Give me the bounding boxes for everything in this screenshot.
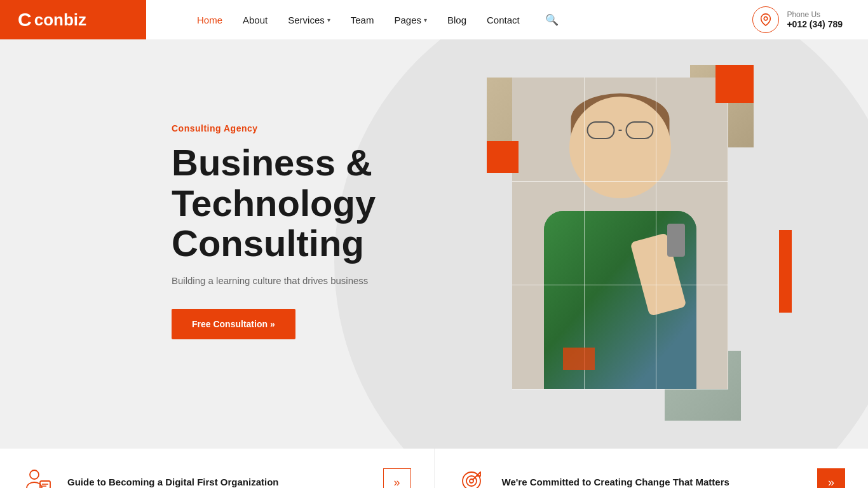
nav: Home About Services ▾ Team Pages ▾ Blog …: [197, 13, 752, 27]
phone-text: Phone Us +012 (34) 789: [787, 10, 843, 29]
logo-name: conbiz: [34, 10, 86, 30]
nav-item-contact[interactable]: Contact: [487, 15, 520, 25]
logo: Cconbiz: [18, 9, 86, 30]
logo-block[interactable]: Cconbiz: [0, 0, 146, 39]
target-icon: [458, 466, 491, 488]
bottom-card-2-text: We're Committed to Creating Change That …: [502, 476, 806, 488]
bottom-bar: Guide to Becoming a Digital First Organi…: [0, 449, 868, 488]
bottom-card-2-arrow[interactable]: »: [817, 468, 845, 488]
phone-number: +012 (34) 789: [787, 19, 843, 29]
person-face: [569, 97, 671, 198]
hero-image-area: [487, 65, 792, 421]
photo-grid: [487, 65, 792, 421]
nav-item-blog[interactable]: Blog: [447, 15, 466, 25]
chevron-down-icon: ▾: [327, 17, 330, 24]
cta-button[interactable]: Free Consultation »: [172, 309, 295, 339]
logo-c-letter: C: [18, 9, 32, 30]
header: Cconbiz Home About Services ▾ Team Pages…: [0, 0, 868, 39]
phone-prop: [667, 224, 685, 257]
hero-photo-main: [512, 78, 728, 389]
search-icon[interactable]: 🔍: [545, 13, 559, 27]
bottom-card-1-arrow[interactable]: »: [383, 468, 411, 488]
chevron-down-icon: ▾: [424, 17, 427, 24]
bottom-card-1-text: Guide to Becoming a Digital First Organi…: [67, 476, 372, 488]
phone-icon: [752, 6, 779, 33]
hero-content: Consulting Agency Business & Technology …: [172, 123, 376, 339]
bottom-card-2-title: We're Committed to Creating Change That …: [502, 476, 806, 488]
bottom-card-2: We're Committed to Creating Change That …: [435, 449, 869, 488]
phone-label: Phone Us: [787, 10, 843, 19]
nav-item-about[interactable]: About: [243, 15, 268, 25]
person-chat-icon: [23, 466, 56, 488]
accent-square-bottom: [563, 348, 595, 370]
hero-subtitle: Building a learning culture that drives …: [172, 275, 376, 286]
svg-point-0: [764, 17, 768, 20]
hero-section: Consulting Agency Business & Technology …: [0, 39, 868, 449]
hero-title: Business & Technology Consulting: [172, 142, 376, 264]
accent-square-top: [715, 65, 754, 103]
bottom-card-1-title: Guide to Becoming a Digital First Organi…: [67, 476, 372, 488]
person-glasses: [587, 121, 654, 140]
nav-item-pages[interactable]: Pages ▾: [394, 15, 427, 25]
phone-block: Phone Us +012 (34) 789: [752, 6, 843, 33]
nav-item-services[interactable]: Services ▾: [288, 15, 330, 25]
accent-square-right: [779, 230, 792, 313]
nav-item-home[interactable]: Home: [197, 15, 222, 25]
svg-point-1: [30, 470, 39, 479]
hero-tag: Consulting Agency: [172, 123, 376, 133]
accent-square-left: [487, 141, 519, 173]
nav-item-team[interactable]: Team: [351, 15, 374, 25]
bottom-card-1: Guide to Becoming a Digital First Organi…: [0, 449, 435, 488]
